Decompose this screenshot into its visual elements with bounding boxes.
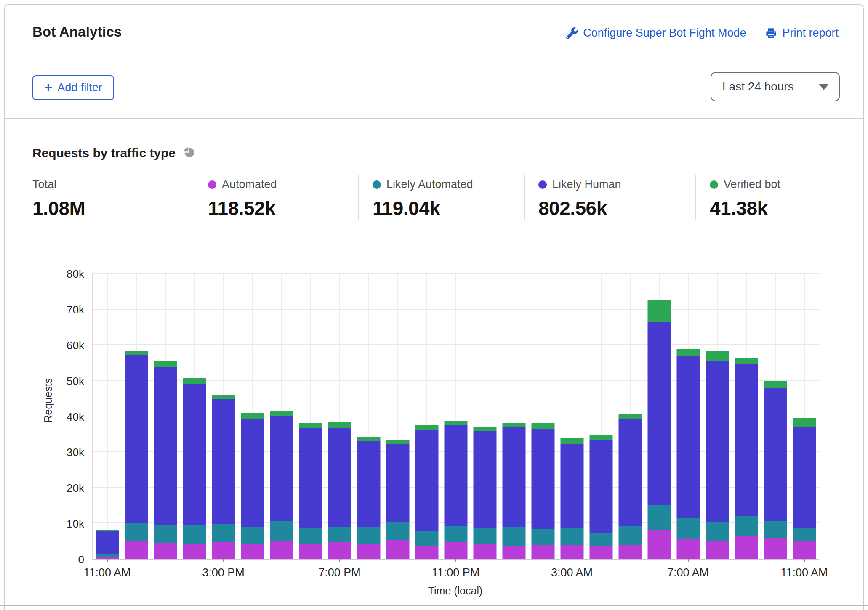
bar-segment[interactable] xyxy=(270,416,293,521)
bar-segment[interactable] xyxy=(473,544,496,559)
bar-segment[interactable] xyxy=(589,533,612,545)
bar-segment[interactable] xyxy=(589,440,612,533)
bar-segment[interactable] xyxy=(764,521,787,538)
bar-segment[interactable] xyxy=(357,441,380,527)
bar-segment[interactable] xyxy=(125,351,148,355)
bar-segment[interactable] xyxy=(444,421,467,425)
bar-segment[interactable] xyxy=(212,542,235,559)
bar-segment[interactable] xyxy=(473,431,496,528)
bar-segment[interactable] xyxy=(531,545,554,559)
bar-segment[interactable] xyxy=(676,349,700,356)
bar-segment[interactable] xyxy=(241,413,264,419)
bar-segment[interactable] xyxy=(357,527,380,544)
bar-segment[interactable] xyxy=(212,395,235,399)
bar-segment[interactable] xyxy=(560,444,583,528)
bar-segment[interactable] xyxy=(96,531,119,554)
bar-segment[interactable] xyxy=(386,444,409,522)
bar-segment[interactable] xyxy=(328,428,351,527)
bar-segment[interactable] xyxy=(386,440,409,443)
bar-segment[interactable] xyxy=(154,525,177,543)
bar-segment[interactable] xyxy=(357,544,380,559)
bar-segment[interactable] xyxy=(764,538,787,559)
bar-segment[interactable] xyxy=(299,544,322,559)
bar-segment[interactable] xyxy=(212,399,235,524)
bar-segment[interactable] xyxy=(328,542,351,559)
bar-segment[interactable] xyxy=(183,378,206,384)
bar-segment[interactable] xyxy=(706,361,729,522)
bar-segment[interactable] xyxy=(793,418,816,427)
bar-segment[interactable] xyxy=(357,437,380,441)
bar-segment[interactable] xyxy=(125,541,148,559)
bar-segment[interactable] xyxy=(618,526,642,545)
bar-segment[interactable] xyxy=(270,541,293,559)
bar-segment[interactable] xyxy=(647,505,671,529)
bar-segment[interactable] xyxy=(764,388,787,521)
bar-segment[interactable] xyxy=(299,423,322,429)
bar-segment[interactable] xyxy=(473,427,496,431)
bar-segment[interactable] xyxy=(735,364,758,516)
bar-segment[interactable] xyxy=(560,545,583,559)
print-report-link[interactable]: Print report xyxy=(765,27,839,40)
bar-segment[interactable] xyxy=(154,361,177,367)
bar-segment[interactable] xyxy=(531,423,554,429)
bar-segment[interactable] xyxy=(386,522,409,540)
bar-segment[interactable] xyxy=(735,358,758,364)
bar-segment[interactable] xyxy=(676,539,700,559)
bar-segment[interactable] xyxy=(270,521,293,541)
bar-segment[interactable] xyxy=(502,527,525,546)
bar-segment[interactable] xyxy=(706,541,729,559)
bar-segment[interactable] xyxy=(444,542,467,559)
bar-segment[interactable] xyxy=(125,523,148,541)
bar-segment[interactable] xyxy=(676,356,700,519)
bar-segment[interactable] xyxy=(764,381,787,388)
bar-segment[interactable] xyxy=(241,527,264,544)
bar-segment[interactable] xyxy=(241,544,264,559)
bar-segment[interactable] xyxy=(328,527,351,542)
bar-segment[interactable] xyxy=(560,438,583,444)
bar-segment[interactable] xyxy=(647,322,671,505)
bar-segment[interactable] xyxy=(241,419,264,527)
bar-segment[interactable] xyxy=(793,528,816,541)
bar-segment[interactable] xyxy=(560,528,583,545)
bar-segment[interactable] xyxy=(473,528,496,544)
bar-segment[interactable] xyxy=(531,429,554,529)
bar-segment[interactable] xyxy=(676,518,700,539)
bar-segment[interactable] xyxy=(125,355,148,523)
bar-segment[interactable] xyxy=(618,545,642,559)
bar-segment[interactable] xyxy=(183,544,206,559)
bar-segment[interactable] xyxy=(270,411,293,417)
configure-super-bot-fight-mode-link[interactable]: Configure Super Bot Fight Mode xyxy=(566,27,746,40)
bar-segment[interactable] xyxy=(183,384,206,525)
bar-segment[interactable] xyxy=(589,546,612,559)
bar-segment[interactable] xyxy=(647,300,671,322)
add-filter-button[interactable]: + Add filter xyxy=(32,75,114,100)
bar-segment[interactable] xyxy=(793,427,816,528)
bar-segment[interactable] xyxy=(793,541,816,559)
bar-segment[interactable] xyxy=(299,428,322,528)
bar-segment[interactable] xyxy=(706,351,729,361)
bar-segment[interactable] xyxy=(212,524,235,542)
bar-segment[interactable] xyxy=(502,427,525,527)
bar-segment[interactable] xyxy=(183,525,206,544)
bar-segment[interactable] xyxy=(618,419,642,526)
bar-segment[interactable] xyxy=(154,367,177,525)
bar-segment[interactable] xyxy=(299,528,322,544)
bar-segment[interactable] xyxy=(415,531,438,546)
bar-segment[interactable] xyxy=(386,540,409,559)
time-range-select[interactable]: Last 24 hours xyxy=(711,72,840,101)
bar-segment[interactable] xyxy=(444,425,467,526)
bar-segment[interactable] xyxy=(502,546,525,559)
bar-segment[interactable] xyxy=(706,522,729,541)
bar-segment[interactable] xyxy=(328,422,351,427)
bar-segment[interactable] xyxy=(531,529,554,545)
bar-segment[interactable] xyxy=(735,536,758,559)
bar-segment[interactable] xyxy=(154,543,177,559)
bar-segment[interactable] xyxy=(415,430,438,531)
bar-segment[interactable] xyxy=(415,546,438,559)
bar-segment[interactable] xyxy=(444,526,467,542)
bar-segment[interactable] xyxy=(589,435,612,440)
bar-segment[interactable] xyxy=(415,425,438,430)
bar-segment[interactable] xyxy=(618,414,642,419)
bar-segment[interactable] xyxy=(735,516,758,536)
bar-segment[interactable] xyxy=(647,530,671,559)
